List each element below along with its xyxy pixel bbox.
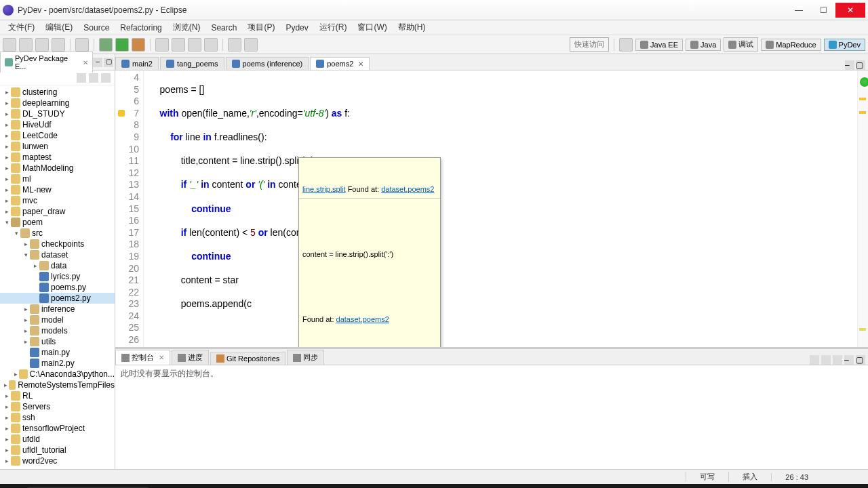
menu-navigate[interactable]: 浏览(N) bbox=[167, 20, 206, 35]
code-editor[interactable]: 456 789 101112 131415 161718 192021 2223… bbox=[115, 70, 868, 347]
link-button[interactable] bbox=[89, 73, 98, 83]
minview-button[interactable]: – bbox=[844, 355, 854, 365]
tree-item-main2-py[interactable]: main2.py bbox=[0, 358, 115, 369]
tab-main2[interactable]: main2 bbox=[115, 57, 159, 70]
menu-run[interactable]: 运行(R) bbox=[314, 20, 353, 35]
view-menu-button[interactable] bbox=[101, 73, 111, 83]
menu-refactoring[interactable]: Refactoring bbox=[115, 22, 167, 34]
tab-poems2[interactable]: poems2✕ bbox=[310, 57, 370, 70]
displaybtn[interactable] bbox=[821, 355, 831, 365]
tree-item-ssh[interactable]: ▸ssh bbox=[0, 412, 115, 423]
tree-item-MathModeling[interactable]: ▸MathModeling bbox=[0, 163, 115, 174]
tree-item-poem[interactable]: ▾poem bbox=[0, 217, 115, 228]
tab-poems-inference[interactable]: poems (inference) bbox=[226, 57, 309, 70]
tree-item-checkpoints[interactable]: ▸checkpoints bbox=[0, 239, 115, 249]
explorer-title: PyDev Package E... bbox=[15, 54, 81, 70]
code-content[interactable]: poems = [] with open(file_name,'r',encod… bbox=[144, 70, 857, 347]
tab-tang-poems[interactable]: tang_poems bbox=[160, 57, 224, 70]
tree-item-poems2-py[interactable]: poems2.py bbox=[0, 293, 115, 304]
explorer-tab[interactable]: PyDev Package E... ✕ bbox=[0, 52, 93, 73]
tool-button[interactable] bbox=[204, 38, 218, 52]
save-button[interactable] bbox=[19, 38, 33, 52]
collapse-button[interactable] bbox=[77, 73, 86, 83]
maximize-view-button[interactable]: ▢ bbox=[104, 58, 113, 67]
tree-item-clustering[interactable]: ▸clustering bbox=[0, 87, 115, 98]
menu-help[interactable]: 帮助(H) bbox=[393, 20, 431, 35]
tab-git[interactable]: Git Repositories bbox=[210, 352, 285, 365]
close-tab-icon[interactable]: ✕ bbox=[358, 60, 363, 68]
tree-item-ml[interactable]: ▸ml bbox=[0, 174, 115, 184]
minimize-editor-button[interactable]: – bbox=[845, 60, 854, 70]
new-button[interactable] bbox=[3, 38, 16, 52]
tree-item-deeplearning[interactable]: ▸deeplearning bbox=[0, 98, 115, 108]
tree-item-models[interactable]: ▸models bbox=[0, 325, 115, 336]
maximize-button[interactable]: ☐ bbox=[811, 3, 835, 18]
tree-item-main-py[interactable]: main.py bbox=[0, 347, 115, 358]
tree-item-Servers[interactable]: ▸Servers bbox=[0, 401, 115, 412]
perspective-mapreduce[interactable]: MapReduce bbox=[761, 39, 821, 51]
maximize-editor-button[interactable]: ▢ bbox=[856, 60, 865, 70]
open-perspective-button[interactable] bbox=[619, 38, 633, 52]
tree-item-maptest[interactable]: ▸maptest bbox=[0, 152, 115, 163]
runlast-button[interactable] bbox=[132, 38, 145, 52]
tab-progress[interactable]: 进度 bbox=[172, 350, 209, 365]
tree-item-ufdld[interactable]: ▸ufdld bbox=[0, 434, 115, 445]
menu-search[interactable]: Search bbox=[205, 22, 242, 34]
menu-project[interactable]: 项目(P) bbox=[242, 20, 280, 35]
tree-item-HiveUdf[interactable]: ▸HiveUdf bbox=[0, 119, 115, 130]
tree-item-data[interactable]: ▸data bbox=[0, 260, 115, 271]
perspective-debug[interactable]: 调试 bbox=[724, 37, 758, 52]
perspective-pydev[interactable]: PyDev bbox=[824, 39, 865, 51]
tree-item-inference[interactable]: ▸inference bbox=[0, 304, 115, 314]
back-button[interactable] bbox=[228, 38, 241, 52]
menu-file[interactable]: 文件(F) bbox=[3, 20, 40, 35]
tool-button[interactable] bbox=[155, 38, 169, 52]
tab-sync[interactable]: 同步 bbox=[287, 350, 324, 365]
tree-item-lunwen[interactable]: ▸lunwen bbox=[0, 141, 115, 152]
fwd-button[interactable] bbox=[244, 38, 258, 52]
tree-item-src[interactable]: ▾src bbox=[0, 228, 115, 239]
minimize-view-button[interactable]: – bbox=[93, 58, 102, 67]
tree-item-poems-py[interactable]: poems.py bbox=[0, 282, 115, 293]
tree-item-DL_STUDY[interactable]: ▸DL_STUDY bbox=[0, 108, 115, 119]
tree-item-utils[interactable]: ▸utils bbox=[0, 336, 115, 347]
tree-item-RL[interactable]: ▸RL bbox=[0, 390, 115, 401]
menu-edit[interactable]: 编辑(E) bbox=[40, 20, 78, 35]
tree-item-RemoteSystemsTempFiles[interactable]: ▸RemoteSystemsTempFiles bbox=[0, 380, 115, 390]
tooltip-link[interactable]: line.strip.split bbox=[302, 185, 346, 193]
project-tree[interactable]: ▸clustering▸deeplearning▸DL_STUDY▸HiveUd… bbox=[0, 85, 115, 469]
tree-item-C--Anaconda3-python---[interactable]: ▸C:\Anaconda3\python... bbox=[0, 369, 115, 380]
perspective-java[interactable]: Java bbox=[686, 39, 721, 51]
tool-button[interactable] bbox=[188, 38, 201, 52]
tree-item-lyrics-py[interactable]: lyrics.py bbox=[0, 271, 115, 282]
print-button[interactable] bbox=[52, 38, 65, 52]
menu-window[interactable]: 窗口(W) bbox=[352, 20, 392, 35]
tree-item-paper_draw[interactable]: ▸paper_draw bbox=[0, 206, 115, 217]
tree-item-LeetCode[interactable]: ▸LeetCode bbox=[0, 130, 115, 141]
pin-button[interactable] bbox=[810, 355, 819, 365]
undo-button[interactable] bbox=[75, 38, 89, 52]
tooltip-loc-link[interactable]: dataset.poems2 bbox=[381, 185, 434, 193]
menu-source[interactable]: Source bbox=[78, 22, 115, 34]
run-button[interactable] bbox=[115, 38, 129, 52]
menu-pydev[interactable]: Pydev bbox=[280, 22, 313, 34]
debug-button[interactable] bbox=[99, 38, 113, 52]
saveall-button[interactable] bbox=[35, 38, 49, 52]
close-button[interactable]: ✕ bbox=[835, 3, 865, 18]
tooltip-loc-link2[interactable]: dataset.poems2 bbox=[336, 315, 389, 323]
tree-item-dataset[interactable]: ▾dataset bbox=[0, 249, 115, 260]
tree-item-tensorflowProject[interactable]: ▸tensorflowProject bbox=[0, 423, 115, 434]
tab-console[interactable]: 控制台✕ bbox=[115, 350, 170, 365]
tree-item-ufldl_tutorial[interactable]: ▸ufldl_tutorial bbox=[0, 445, 115, 455]
perspective-javaee[interactable]: Java EE bbox=[635, 39, 683, 51]
maxview-button[interactable]: ▢ bbox=[856, 355, 865, 365]
tree-item-ML-new[interactable]: ▸ML-new bbox=[0, 184, 115, 195]
overview-ruler[interactable] bbox=[857, 70, 868, 347]
tree-item-model[interactable]: ▸model bbox=[0, 314, 115, 325]
tree-item-mvc[interactable]: ▸mvc bbox=[0, 195, 115, 206]
quick-access[interactable]: 快速访问 bbox=[570, 37, 609, 52]
tool-button[interactable] bbox=[172, 38, 185, 52]
tree-item-word2vec[interactable]: ▸word2vec bbox=[0, 455, 115, 466]
minimize-button[interactable]: — bbox=[787, 3, 811, 18]
openconsole-button[interactable] bbox=[833, 355, 842, 365]
